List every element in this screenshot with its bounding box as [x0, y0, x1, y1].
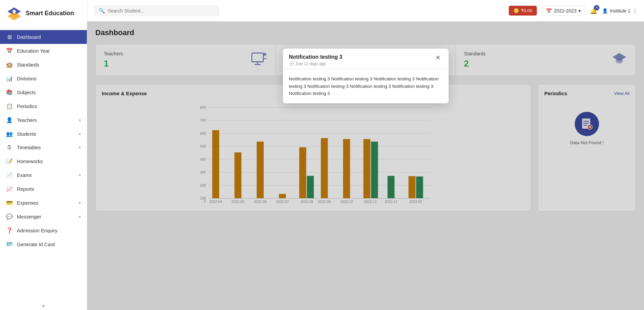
user-name: Institute 1: [610, 8, 630, 14]
generate-id-card-icon: 🪪: [6, 241, 13, 248]
page-body: Dashboard Teachers 1: [87, 22, 644, 310]
sidebar-logo: Smart Education: [0, 0, 87, 27]
sidebar-item-students[interactable]: 👥 Students ▾: [0, 127, 87, 141]
sidebar-label-messenger: Messenger: [17, 214, 41, 219]
user-info[interactable]: 👤 Institute 1 ⋮: [602, 8, 637, 14]
dashboard-icon: ⊞: [6, 34, 13, 40]
modal-time: 🕐 Just 11 days ago: [289, 61, 342, 66]
sidebar-label-generate-id-card: Generate Id Card: [17, 242, 55, 247]
sidebar-item-admission-enquiry[interactable]: ❓ Admission Enquiry: [0, 224, 87, 237]
sidebar-label-divisions: Divisions: [17, 76, 37, 81]
sidebar-item-exams[interactable]: 📄 Exams ▾: [0, 168, 87, 182]
main-content: 🔍 🪙 ₹0.00 📅 2022-2023 ▾ 🔔 4 👤 Institute …: [87, 0, 644, 310]
modal-title: Notification testing 3: [289, 54, 342, 60]
education-year-icon: 📅: [6, 48, 13, 54]
bell-button[interactable]: 🔔 4: [590, 7, 597, 15]
sidebar: Smart Education ⊞ Dashboard 📅 Education …: [0, 0, 87, 310]
search-input[interactable]: [108, 8, 214, 14]
periodics-icon: 📋: [6, 103, 13, 109]
exams-icon: 📄: [6, 172, 13, 178]
modal-header: Notification testing 3 🕐 Just 11 days ag…: [283, 49, 449, 69]
sidebar-label-standards: Standards: [17, 62, 39, 68]
divisions-icon: 📊: [6, 75, 13, 82]
chevron-down-icon: ▾: [578, 8, 581, 14]
modal-close-button[interactable]: ✕: [433, 54, 443, 61]
sidebar-item-generate-id-card[interactable]: 🪪 Generate Id Card: [0, 237, 87, 251]
sidebar-item-divisions[interactable]: 📊 Divisions: [0, 72, 87, 85]
bell-badge: 4: [594, 5, 599, 10]
teachers-arrow-icon: ▾: [79, 118, 81, 123]
clock-icon: 🕐: [289, 61, 294, 66]
timetables-arrow-icon: ▾: [79, 145, 81, 150]
students-arrow-icon: ▾: [79, 132, 81, 136]
sidebar-label-periodics: Periodics: [17, 104, 37, 109]
teachers-icon: 👤: [6, 117, 13, 123]
sidebar-item-timetables[interactable]: 🗓 Timetables ▾: [0, 141, 87, 154]
modal-overlay: Notification testing 3 🕐 Just 11 days ag…: [87, 22, 644, 310]
calendar-icon: 📅: [546, 8, 552, 14]
modal-time-text: Just 11 days ago: [295, 61, 326, 66]
sidebar-item-messenger[interactable]: 💬 Messenger ▾: [0, 210, 87, 224]
notification-modal: Notification testing 3 🕐 Just 11 days ag…: [283, 49, 449, 103]
messenger-icon: 💬: [6, 213, 13, 220]
balance-icon: 🪙: [514, 8, 519, 13]
sidebar-item-subjects[interactable]: 📚 Subjects: [0, 85, 87, 99]
sidebar-label-dashboard: Dashboard: [17, 34, 41, 40]
subjects-icon: 📚: [6, 89, 13, 96]
modal-body: Notification testing 3 Notification test…: [283, 72, 449, 103]
sidebar-item-education-year[interactable]: 📅 Education Year: [0, 44, 87, 58]
year-value: 2022-2023: [554, 8, 576, 14]
reports-icon: 📈: [6, 186, 13, 192]
user-icon: 👤: [602, 8, 608, 14]
sidebar-item-homeworks[interactable]: 📝 Homeworks: [0, 154, 87, 168]
expenses-icon: 💳: [6, 200, 13, 206]
sidebar-label-students: Students: [17, 131, 36, 137]
user-menu-icon: ⋮: [633, 8, 637, 14]
timetables-icon: 🗓: [6, 145, 13, 151]
header-right: 🪙 ₹0.00 📅 2022-2023 ▾ 🔔 4 👤 Institute 1 …: [509, 6, 637, 16]
standards-icon: 🏫: [6, 61, 13, 68]
homeworks-icon: 📝: [6, 158, 13, 164]
sidebar-label-subjects: Subjects: [17, 90, 36, 95]
sidebar-item-teachers[interactable]: 👤 Teachers ▾: [0, 113, 87, 127]
sidebar-item-standards[interactable]: 🏫 Standards: [0, 58, 87, 72]
scroll-indicator: ▼: [0, 303, 87, 310]
balance-value: ₹0.00: [521, 8, 532, 13]
sidebar-label-expenses: Expenses: [17, 200, 39, 206]
sidebar-item-periodics[interactable]: 📋 Periodics: [0, 99, 87, 113]
app-logo-icon: [6, 5, 22, 22]
modal-title-block: Notification testing 3 🕐 Just 11 days ag…: [289, 54, 342, 66]
students-icon: 👥: [6, 131, 13, 137]
sidebar-label-homeworks: Homeworks: [17, 159, 43, 164]
sidebar-label-exams: Exams: [17, 173, 32, 178]
sidebar-item-expenses[interactable]: 💳 Expenses ▾: [0, 196, 87, 210]
admission-enquiry-icon: ❓: [6, 227, 13, 234]
sidebar-nav: ⊞ Dashboard 📅 Education Year 🏫 Standards…: [0, 27, 87, 303]
sidebar-label-teachers: Teachers: [17, 118, 37, 123]
sidebar-label-timetables: Timetables: [17, 145, 41, 150]
balance-button[interactable]: 🪙 ₹0.00: [509, 6, 537, 16]
search-icon: 🔍: [99, 8, 105, 14]
exams-arrow-icon: ▾: [79, 173, 81, 178]
sidebar-item-reports[interactable]: 📈 Reports: [0, 182, 87, 196]
expenses-arrow-icon: ▾: [79, 201, 81, 205]
year-selector[interactable]: 📅 2022-2023 ▾: [542, 6, 585, 16]
sidebar-label-reports: Reports: [17, 186, 34, 192]
search-bar[interactable]: 🔍: [94, 5, 219, 17]
header: 🔍 🪙 ₹0.00 📅 2022-2023 ▾ 🔔 4 👤 Institute …: [87, 0, 644, 22]
modal-divider: [283, 69, 449, 69]
app-name: Smart Education: [26, 10, 74, 17]
sidebar-label-admission-enquiry: Admission Enquiry: [17, 228, 57, 233]
sidebar-label-education-year: Education Year: [17, 48, 50, 54]
messenger-arrow-icon: ▾: [79, 214, 81, 219]
svg-point-3: [13, 10, 16, 13]
sidebar-item-dashboard[interactable]: ⊞ Dashboard: [0, 30, 87, 44]
